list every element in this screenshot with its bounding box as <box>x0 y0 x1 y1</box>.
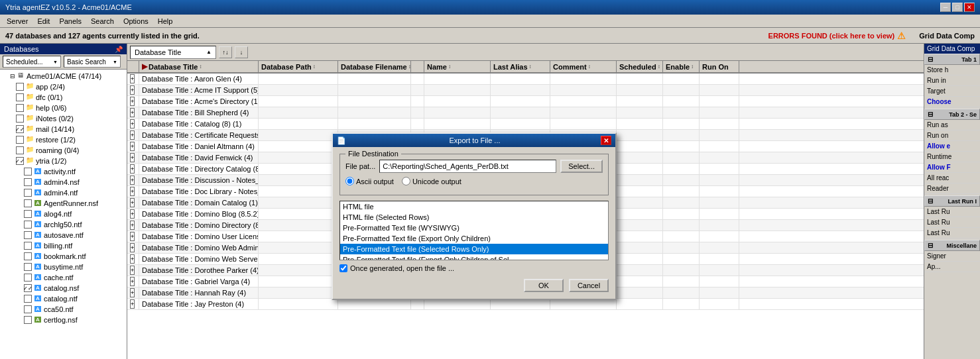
row-expand-btn[interactable]: + <box>130 130 135 140</box>
dialog-close-button[interactable]: ✕ <box>601 136 611 145</box>
tree-item[interactable]: ✓📁ytria (1/2) <box>1 156 125 166</box>
col-header-db-filename[interactable]: Database Filename ↕ <box>338 61 411 72</box>
col-header-scheduled[interactable]: Scheduled ↕ <box>617 61 663 72</box>
tree-item[interactable]: Aadmin4.ntf <box>1 187 125 198</box>
table-row[interactable]: + Database Title : Acme's Directory (1) <box>127 96 924 107</box>
col-header-comment[interactable]: Comment ↕ <box>550 61 617 72</box>
menu-help[interactable]: Help <box>154 16 177 26</box>
row-expand-btn[interactable]: + <box>130 153 135 162</box>
tree-item[interactable]: 📁iNotes (0/2) <box>1 113 125 124</box>
table-row[interactable]: + Database Title : Jay Preston (4) <box>127 299 924 310</box>
right-item-reader[interactable]: Reader <box>924 183 980 194</box>
scheduled-dropdown[interactable]: Scheduled... ▼ <box>3 56 61 68</box>
right-item-runin[interactable]: Run in <box>924 76 980 86</box>
tree-item[interactable]: 📁roaming (0/4) <box>1 145 125 156</box>
tree-item[interactable]: AAgentRunner.nsf <box>1 198 125 209</box>
tree-item[interactable]: Acatalog.ntf <box>1 293 125 304</box>
right-item-runon[interactable]: Run on <box>924 130 980 141</box>
row-expand-btn[interactable]: + <box>130 243 135 252</box>
sort-za-button[interactable]: ↓ <box>235 46 248 58</box>
col-header-name[interactable]: Name ↕ <box>424 61 491 72</box>
search-dropdown[interactable]: Basic Search ▼ <box>64 56 121 68</box>
right-item-choose[interactable]: Choose <box>924 97 980 107</box>
right-section-misc-header[interactable]: ⊟ Miscellane <box>924 240 980 251</box>
row-expand-btn[interactable]: + <box>130 198 135 207</box>
right-section-lastrun-header[interactable]: ⊟ Last Run I <box>924 195 980 207</box>
tree-item[interactable]: Abookmark.ntf <box>1 251 125 262</box>
right-item-allread[interactable]: All reac <box>924 173 980 183</box>
col-header-alias[interactable]: Last Alias ↕ <box>491 61 550 72</box>
col-header-db-path[interactable]: Database Path ↕ <box>259 61 338 72</box>
right-section-tab2-header[interactable]: ⊟ Tab 2 - Se <box>924 109 980 120</box>
tree-item[interactable]: Abilling.ntf <box>1 240 125 251</box>
maximize-button[interactable]: □ <box>952 3 963 12</box>
row-expand-btn[interactable]: + <box>130 266 135 275</box>
menu-server[interactable]: Server <box>3 16 32 26</box>
right-item-ap[interactable]: Ap... <box>924 262 980 272</box>
right-item-allowe[interactable]: Allow e <box>924 141 980 152</box>
tree-item[interactable]: 📁app (2/4) <box>1 81 125 92</box>
row-expand-btn[interactable]: + <box>130 164 135 174</box>
row-expand-btn[interactable]: + <box>130 221 135 230</box>
list-item-preformatted-children2[interactable]: Pre-Formatted Text file (Export Only Chi… <box>340 254 608 260</box>
row-expand-btn[interactable]: + <box>130 74 135 83</box>
tree-item[interactable]: Aalog4.ntf <box>1 209 125 219</box>
row-expand-btn[interactable]: + <box>130 232 135 241</box>
right-item-store[interactable]: Store h <box>924 65 980 76</box>
tree-item[interactable]: 📁dfc (0/1) <box>1 92 125 103</box>
list-item-html[interactable]: HTML file <box>340 201 608 212</box>
ok-button[interactable]: OK <box>524 279 564 292</box>
cancel-button[interactable]: Cancel <box>569 279 609 292</box>
ascii-radio[interactable] <box>345 177 354 185</box>
tree-item[interactable]: Aadmin4.nsf <box>1 177 125 187</box>
right-item-target[interactable]: Target <box>924 86 980 97</box>
error-badge[interactable]: ERRORS FOUND (click here to view) ⚠ <box>768 30 906 41</box>
tree-item[interactable]: Acache.ntf <box>1 272 125 283</box>
ascii-radio-label[interactable]: Ascii output <box>345 177 394 185</box>
format-list[interactable]: HTML file HTML file (Selected Rows) Pre-… <box>339 201 609 260</box>
right-item-signer[interactable]: Signer <box>924 251 980 262</box>
row-expand-btn[interactable]: + <box>130 108 135 117</box>
col-header-extra1[interactable] <box>411 61 424 72</box>
tree-item[interactable]: 📁help (0/6) <box>1 103 125 113</box>
col-header-runon[interactable]: Run On <box>700 61 739 72</box>
table-row[interactable]: + Database Title : Catalog (8) (1) <box>127 119 924 130</box>
row-expand-btn[interactable]: + <box>130 85 135 95</box>
table-row[interactable]: + Database Title : Aaron Glen (4) <box>127 74 924 85</box>
table-row[interactable]: + Database Title : Bill Shepherd (4) <box>127 107 924 119</box>
row-expand-btn[interactable]: + <box>130 277 135 286</box>
tree-item[interactable]: Aactivity.ntf <box>1 166 125 177</box>
right-item-lastru1[interactable]: Last Ru <box>924 207 980 217</box>
row-expand-btn[interactable]: + <box>130 97 135 106</box>
select-button[interactable]: Select... <box>560 160 603 173</box>
row-expand-btn[interactable]: + <box>130 288 135 297</box>
tree-item[interactable]: 📁restore (1/2) <box>1 134 125 145</box>
unicode-radio[interactable] <box>402 177 410 185</box>
menu-options[interactable]: Options <box>119 16 153 26</box>
right-item-runtime[interactable]: Runtime <box>924 152 980 162</box>
panel-pin-icon[interactable]: 📌 <box>115 46 123 53</box>
right-item-allowf[interactable]: Allow F <box>924 162 980 173</box>
tree-item[interactable]: Acca50.ntf <box>1 304 125 315</box>
menu-search[interactable]: Search <box>87 16 118 26</box>
sort-az-button[interactable]: ↑↓ <box>219 46 232 58</box>
row-expand-btn[interactable]: + <box>130 142 135 151</box>
unicode-radio-label[interactable]: Unicode output <box>402 177 461 185</box>
close-button[interactable]: ✕ <box>964 3 975 12</box>
row-expand-btn[interactable]: + <box>130 254 135 264</box>
row-expand-btn[interactable]: + <box>130 299 135 309</box>
menu-edit[interactable]: Edit <box>33 16 54 26</box>
list-item-preformatted-selected[interactable]: Pre-Formatted Text file (Selected Rows O… <box>340 244 608 254</box>
column-picker-dropdown[interactable]: Database Title ▲ <box>130 46 216 59</box>
file-path-input[interactable] <box>379 160 556 173</box>
row-expand-btn[interactable]: + <box>130 176 135 185</box>
table-row[interactable]: + Database Title : Acme IT Support (5) <box>127 85 924 96</box>
right-item-lastru2[interactable]: Last Ru <box>924 217 980 228</box>
col-header-enable[interactable]: Enable ↕ <box>663 61 700 72</box>
row-expand-btn[interactable]: + <box>130 209 135 219</box>
right-item-runas[interactable]: Run as <box>924 120 980 130</box>
list-item-preformatted-children[interactable]: Pre-Formatted Text file (Export Only Chi… <box>340 233 608 244</box>
tree-item[interactable]: ✓Acatalog.nsf <box>1 283 125 293</box>
right-section-tab1-header[interactable]: ⊟ Tab 1 <box>924 54 980 65</box>
menu-panels[interactable]: Panels <box>55 16 86 26</box>
